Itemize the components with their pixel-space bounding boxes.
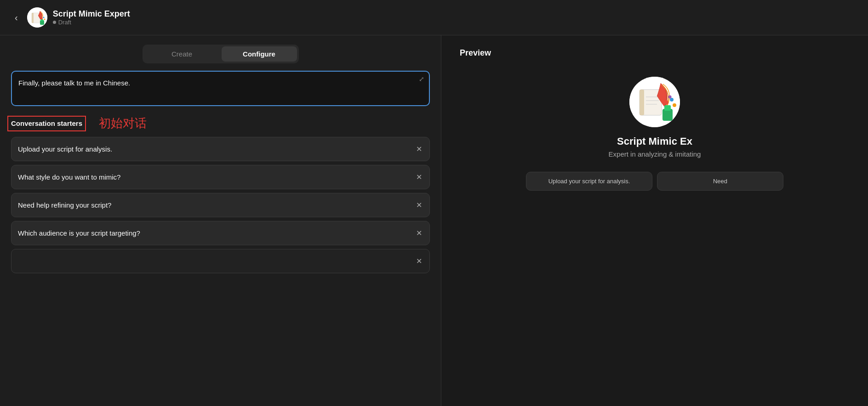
starter-remove-4[interactable]: ✕ bbox=[409, 221, 429, 245]
starter-input-1[interactable] bbox=[11, 138, 409, 160]
starters-header: Conversation starters 初始对话 bbox=[11, 115, 430, 131]
svg-rect-4 bbox=[41, 19, 43, 21]
instructions-area: Finally, please talk to me in Chinese. ⤢ bbox=[11, 71, 430, 108]
starter-remove-3[interactable]: ✕ bbox=[409, 193, 429, 217]
preview-avatar bbox=[629, 77, 680, 127]
starter-remove-5[interactable]: ✕ bbox=[409, 249, 429, 273]
instructions-textarea[interactable]: Finally, please talk to me in Chinese. bbox=[11, 71, 430, 106]
starter-item-empty: ✕ bbox=[11, 249, 430, 273]
preview-bot-name: Script Mimic Ex bbox=[617, 135, 692, 147]
header-status: Draft bbox=[53, 19, 130, 26]
starters-label-wrapper: Conversation starters bbox=[11, 119, 82, 128]
starter-remove-2[interactable]: ✕ bbox=[409, 165, 429, 189]
gpt-title: Script Mimic Expert bbox=[53, 9, 130, 19]
header-info: Script Mimic Expert Draft bbox=[53, 9, 130, 26]
preview-starter-btn-1[interactable]: Upload your script for analysis. bbox=[526, 172, 652, 191]
preview-starter-btn-2[interactable]: Need bbox=[657, 172, 783, 191]
avatar bbox=[27, 7, 47, 28]
left-panel: Create Configure Finally, please talk to… bbox=[0, 35, 441, 406]
svg-point-6 bbox=[43, 17, 44, 18]
chinese-annotation: 初始对话 bbox=[99, 115, 147, 131]
svg-rect-15 bbox=[664, 105, 671, 111]
starter-item: ✕ bbox=[11, 165, 430, 189]
starter-item: ✕ bbox=[11, 221, 430, 245]
tab-create[interactable]: Create bbox=[144, 46, 220, 62]
svg-point-19 bbox=[668, 96, 672, 99]
starter-input-2[interactable] bbox=[11, 166, 409, 188]
starter-input-3[interactable] bbox=[11, 194, 409, 216]
starters-label: Conversation starters bbox=[11, 117, 82, 130]
starter-item: ✕ bbox=[11, 193, 430, 217]
svg-point-5 bbox=[41, 17, 43, 19]
header: ‹ Script Mimic Expert Draft bbox=[0, 0, 868, 35]
svg-point-7 bbox=[44, 19, 45, 20]
svg-point-18 bbox=[673, 103, 676, 107]
tab-bar: Create Configure bbox=[143, 45, 299, 63]
tab-configure[interactable]: Configure bbox=[222, 46, 297, 62]
expand-icon[interactable]: ⤢ bbox=[419, 75, 424, 83]
preview-starters: Upload your script for analysis. Need bbox=[526, 172, 783, 191]
starter-input-5[interactable] bbox=[11, 250, 409, 272]
back-button[interactable]: ‹ bbox=[11, 11, 22, 25]
status-label: Draft bbox=[58, 19, 71, 26]
preview-title: Preview bbox=[460, 48, 491, 58]
right-panel: Preview bbox=[441, 35, 868, 406]
starter-item: ✕ bbox=[11, 137, 430, 161]
status-dot bbox=[53, 21, 56, 24]
preview-bot-desc: Expert in analyzing & imitating bbox=[609, 150, 701, 158]
main-layout: Create Configure Finally, please talk to… bbox=[0, 35, 868, 406]
svg-rect-2 bbox=[32, 13, 34, 23]
conversation-starters-section: Conversation starters 初始对话 ✕ ✕ ✕ bbox=[11, 115, 430, 277]
svg-point-16 bbox=[664, 100, 668, 105]
starter-remove-1[interactable]: ✕ bbox=[409, 137, 429, 161]
starter-input-4[interactable] bbox=[11, 222, 409, 244]
svg-rect-10 bbox=[640, 90, 644, 115]
